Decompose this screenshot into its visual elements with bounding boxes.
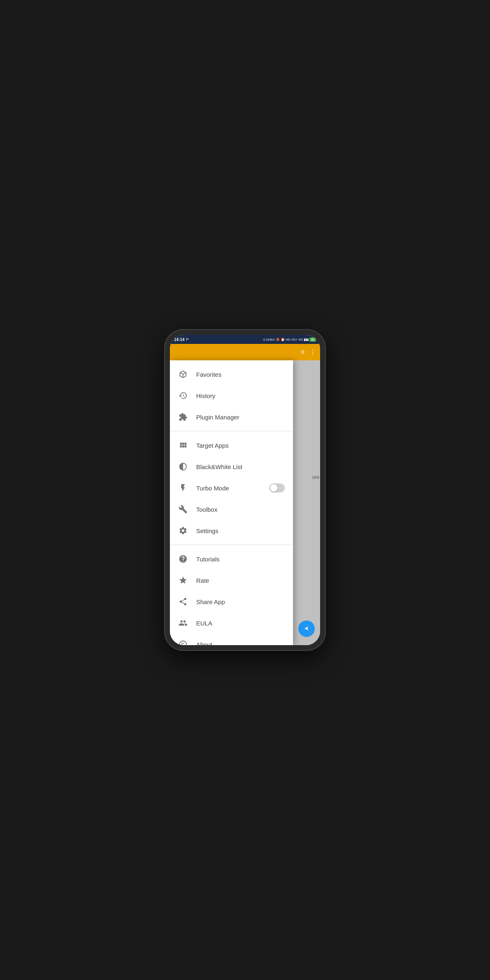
lightning-icon bbox=[178, 483, 188, 493]
plugin-manager-label: Plugin Manager bbox=[196, 414, 285, 421]
menu-item-toolbox[interactable]: Toolbox bbox=[170, 499, 293, 520]
phone-screen: 14:14 P 0.1KB/s 🔕 ⏰ HD 4G+ 3G ▮▮▮ 96 ≡ ⋮ bbox=[170, 335, 320, 645]
history-label: History bbox=[196, 392, 285, 399]
fab-button[interactable]: ➤ bbox=[298, 621, 315, 637]
target-apps-label: Target Apps bbox=[196, 442, 285, 449]
eula-label: EULA bbox=[196, 620, 285, 627]
turbo-mode-label: Turbo Mode bbox=[196, 485, 261, 492]
turbo-mode-toggle[interactable] bbox=[269, 483, 285, 492]
status-icons: 🔕 ⏰ HD 4G+ 3G ▮▮▮ bbox=[276, 338, 309, 341]
menu-item-tutorials[interactable]: Tutorials bbox=[170, 548, 293, 570]
status-app-indicator: P bbox=[186, 337, 189, 341]
status-speed: 0.1KB/s bbox=[263, 338, 275, 341]
menu-item-settings[interactable]: Settings bbox=[170, 520, 293, 541]
share-icon bbox=[178, 597, 188, 607]
phone-frame: 14:14 P 0.1KB/s 🔕 ⏰ HD 4G+ 3G ▮▮▮ 96 ≡ ⋮ bbox=[165, 330, 325, 650]
menu-section-3: Tutorials Rate Share App bbox=[170, 545, 293, 645]
right-content-area: ure ➤ bbox=[293, 360, 320, 645]
status-bar-left: 14:14 P bbox=[174, 337, 189, 342]
settings-label: Settings bbox=[196, 527, 285, 534]
history-icon bbox=[178, 391, 188, 401]
status-bar: 14:14 P 0.1KB/s 🔕 ⏰ HD 4G+ 3G ▮▮▮ 96 bbox=[170, 335, 320, 344]
people-icon bbox=[178, 618, 188, 628]
question-icon bbox=[178, 554, 188, 564]
menu-item-plugin-manager[interactable]: Plugin Manager bbox=[170, 406, 293, 428]
menu-item-about[interactable]: About bbox=[170, 634, 293, 645]
status-bar-right: 0.1KB/s 🔕 ⏰ HD 4G+ 3G ▮▮▮ 96 bbox=[263, 337, 316, 342]
toolbox-label: Toolbox bbox=[196, 506, 285, 513]
cube-icon bbox=[178, 369, 188, 379]
puzzle-icon bbox=[178, 412, 188, 422]
status-time: 14:14 bbox=[174, 337, 185, 342]
grid-icon bbox=[178, 440, 188, 450]
status-battery: 96 bbox=[309, 337, 316, 342]
menu-item-eula[interactable]: EULA bbox=[170, 612, 293, 634]
menu-section-1: Favorites History Plugin Manager bbox=[170, 360, 293, 431]
tools-icon bbox=[178, 504, 188, 514]
menu-item-share-app[interactable]: Share App bbox=[170, 591, 293, 612]
more-options-icon[interactable]: ⋮ bbox=[309, 348, 316, 356]
drawer-menu: Favorites History Plugin Manager bbox=[170, 360, 293, 645]
half-circle-icon bbox=[178, 462, 188, 472]
tutorials-label: Tutorials bbox=[196, 556, 285, 563]
blackwhite-list-label: Black&White List bbox=[196, 463, 285, 470]
menu-item-turbo-mode[interactable]: Turbo Mode bbox=[170, 477, 293, 499]
menu-item-favorites[interactable]: Favorites bbox=[170, 364, 293, 385]
screen-content: Favorites History Plugin Manager bbox=[170, 360, 320, 645]
copyright-icon bbox=[178, 639, 188, 645]
rate-label: Rate bbox=[196, 577, 285, 584]
menu-item-rate[interactable]: Rate bbox=[170, 570, 293, 591]
about-label: About bbox=[196, 641, 285, 646]
menu-section-2: Target Apps Black&White List Turbo Mode bbox=[170, 431, 293, 545]
share-app-label: Share App bbox=[196, 598, 285, 605]
menu-item-blackwhite-list[interactable]: Black&White List bbox=[170, 456, 293, 477]
app-header: ≡ ⋮ bbox=[170, 344, 320, 360]
star-icon bbox=[178, 575, 188, 585]
menu-item-target-apps[interactable]: Target Apps bbox=[170, 435, 293, 456]
gear-icon bbox=[178, 526, 188, 536]
fab-icon: ➤ bbox=[304, 625, 309, 632]
filter-icon[interactable]: ≡ bbox=[301, 348, 305, 356]
partial-text: ure bbox=[312, 474, 319, 480]
favorites-label: Favorites bbox=[196, 371, 285, 378]
menu-item-history[interactable]: History bbox=[170, 385, 293, 406]
